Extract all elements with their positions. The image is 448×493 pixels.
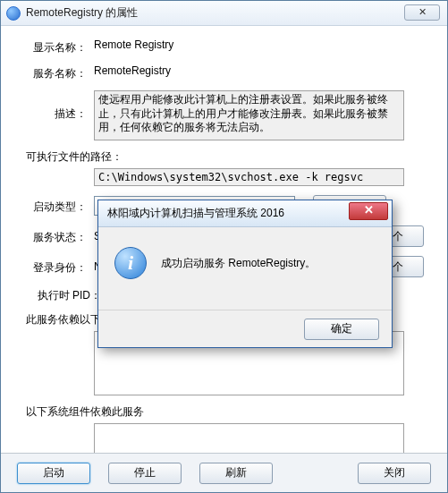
- dialog-body: i 成功启动服务 RemoteRegistry。: [98, 227, 392, 299]
- dialog-footer: 确定: [98, 310, 392, 347]
- depended-by-label: 以下系统组件依赖此服务: [26, 404, 429, 420]
- stop-button[interactable]: 停止: [108, 463, 182, 484]
- message-dialog: 林阳域内计算机扫描与管理系统 2016 ✕ i 成功启动服务 RemoteReg…: [97, 200, 393, 348]
- start-button[interactable]: 启动: [17, 463, 90, 484]
- pid-label: 执行时 PID：: [26, 286, 108, 303]
- service-status-label: 服务状态：: [26, 228, 94, 245]
- description-label: 描述：: [26, 90, 94, 122]
- logon-as-label: 登录身份：: [26, 259, 94, 276]
- window-close-button[interactable]: ✕: [404, 4, 440, 21]
- exe-path-label: 可执行文件的路径：: [26, 149, 429, 165]
- close-button[interactable]: 关闭: [358, 463, 431, 484]
- dialog-close-button[interactable]: ✕: [349, 202, 388, 220]
- properties-window: RemoteRegistry 的属性 ✕ 显示名称： Remote Regist…: [0, 0, 448, 493]
- dialog-message: 成功启动服务 RemoteRegistry。: [161, 256, 316, 271]
- display-name-value: Remote Registry: [94, 38, 173, 51]
- display-name-label: 显示名称：: [26, 38, 94, 55]
- titlebar: RemoteRegistry 的属性 ✕: [1, 1, 447, 26]
- service-name-label: 服务名称：: [26, 64, 94, 81]
- app-icon: [6, 6, 21, 21]
- exe-path-field[interactable]: [94, 168, 404, 186]
- startup-type-label: 启动类型：: [26, 198, 94, 215]
- dialog-titlebar: 林阳域内计算机扫描与管理系统 2016 ✕: [98, 200, 392, 227]
- service-name-value: RemoteRegistry: [94, 64, 171, 77]
- description-textarea[interactable]: 使远程用户能修改此计算机上的注册表设置。如果此服务被终止，只有此计算机上的用户才…: [94, 90, 404, 140]
- window-title: RemoteRegistry 的属性: [26, 5, 138, 21]
- ok-button[interactable]: 确定: [304, 319, 379, 340]
- info-icon: i: [114, 247, 147, 279]
- dialog-title: 林阳域内计算机扫描与管理系统 2016: [107, 206, 284, 221]
- refresh-button[interactable]: 刷新: [199, 463, 273, 484]
- bottom-toolbar: 启动 停止 刷新 关闭: [1, 453, 447, 492]
